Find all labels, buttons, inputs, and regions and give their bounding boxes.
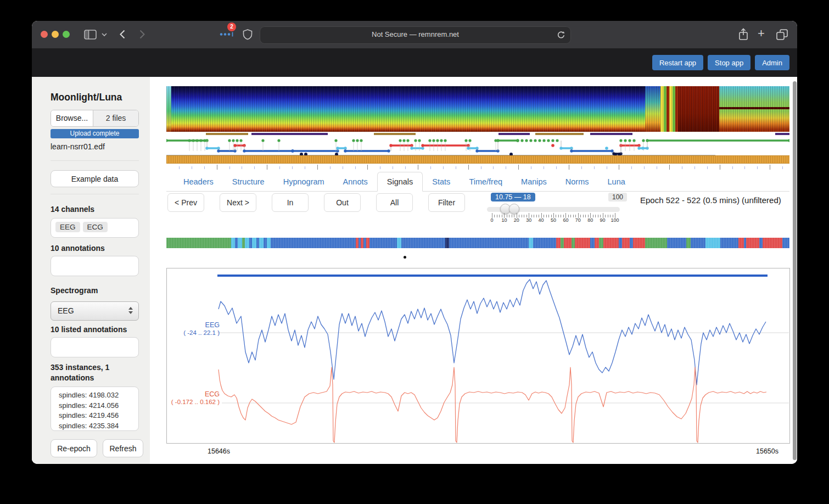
epoch-status-text: Epoch 522 - 522 (0.5 mins) (unfiltered) [640, 195, 781, 205]
share-icon[interactable] [738, 28, 748, 41]
reload-icon[interactable] [557, 31, 565, 40]
control-button-filter[interactable]: Filter [428, 193, 465, 212]
ruler-tick [594, 166, 595, 169]
slider-tick-label: 70 [575, 217, 581, 223]
tab-norms[interactable]: Norms [556, 172, 598, 191]
ruler-tick [343, 166, 343, 169]
ruler-tick [481, 166, 481, 169]
password-extension-icon[interactable] [220, 32, 236, 37]
time-ruler[interactable] [166, 164, 789, 171]
tab-overview-icon[interactable] [776, 29, 788, 41]
example-data-button[interactable]: Example data [51, 170, 139, 187]
annotation-segment [374, 133, 416, 135]
refresh-button[interactable]: Refresh [103, 439, 143, 457]
slider-tick [556, 215, 556, 217]
annotation-segment [535, 133, 584, 135]
slider-tick [497, 215, 497, 217]
instance-item[interactable]: spindles: 4219.456 [59, 411, 138, 421]
tab-manips[interactable]: Manips [512, 172, 556, 191]
slider-tick [548, 215, 549, 217]
minimize-window-button[interactable] [52, 31, 59, 38]
slider-tick [583, 215, 584, 217]
slider-tick [580, 215, 581, 217]
channel-tag-ecg[interactable]: ECG [83, 222, 108, 232]
back-icon[interactable] [120, 30, 125, 39]
slider-handle-1[interactable] [509, 204, 519, 214]
hypnogram-track[interactable] [166, 136, 789, 156]
tab-signals[interactable]: Signals [377, 172, 423, 192]
ruler-tick [657, 166, 657, 169]
listed-annotations-select[interactable] [51, 337, 139, 357]
channels-heading: 14 channels [51, 205, 139, 214]
tab-luna[interactable]: Luna [598, 172, 635, 191]
restart-app-button[interactable]: Restart app [652, 55, 703, 70]
ruler-tick [569, 165, 569, 170]
tab-annots[interactable]: Annots [334, 172, 377, 191]
ruler-tick [192, 166, 192, 169]
tab-structure[interactable]: Structure [223, 172, 274, 191]
spectrogram-channel-select[interactable]: EEG [51, 301, 139, 321]
instance-item[interactable]: spindles: 4235.384 [59, 421, 138, 432]
slider-tick [605, 215, 606, 217]
admin-button[interactable]: Admin [755, 55, 789, 70]
vertical-scrollbar[interactable] [793, 81, 797, 460]
instances-list[interactable]: spindles: 4198.032spindles: 4214.056spin… [51, 387, 139, 431]
annotation-track[interactable] [166, 132, 789, 136]
ruler-tick [581, 166, 582, 169]
tab-time-freq[interactable]: Time/freq [460, 172, 512, 191]
tab-headers[interactable]: Headers [174, 172, 223, 191]
channel-tag-eeg[interactable]: EEG [55, 222, 80, 232]
control-button-next[interactable]: Next > [220, 193, 256, 212]
slider-tooltip: 10.75 — 18 [491, 193, 535, 201]
control-button-in[interactable]: In [272, 193, 309, 212]
ruler-tick [757, 166, 758, 169]
control-button-out[interactable]: Out [324, 193, 361, 212]
chevron-down-icon[interactable] [102, 33, 107, 37]
ruler-tick [770, 165, 770, 170]
instance-item[interactable]: spindles: 4214.056 [59, 401, 138, 411]
shield-icon[interactable] [243, 29, 253, 40]
ruler-tick [531, 166, 531, 169]
control-button-all[interactable]: All [376, 193, 413, 212]
signal-plot: EEG( -24 .. 22.1 ) ECG( -0.172 .. 0.162 … [166, 268, 790, 444]
epoch-band[interactable] [166, 155, 789, 164]
control-button-prev[interactable]: < Prev [167, 193, 204, 212]
ruler-tick [292, 166, 293, 169]
spectrogram-texture [166, 86, 789, 132]
ruler-tick [782, 166, 783, 169]
stage-stripe-band[interactable] [166, 238, 789, 248]
tab-stats[interactable]: Stats [423, 172, 460, 191]
annotation-segment [498, 133, 530, 135]
slider-tick-label: 50 [551, 217, 556, 223]
slider-tick-label: 30 [526, 217, 531, 223]
ruler-tick [468, 165, 469, 170]
reepoch-button[interactable]: Re-epoch [51, 439, 97, 457]
tab-hypnogram[interactable]: Hypnogram [274, 172, 334, 191]
address-bar[interactable]: Not Secure — remnrem.net [260, 26, 571, 44]
listed-annotations-heading: 10 listed annotations [51, 325, 139, 334]
zoom-window-button[interactable] [63, 31, 70, 38]
ruler-tick [430, 166, 431, 169]
spectrogram-panel[interactable] [166, 86, 789, 132]
stripe-texture [166, 238, 789, 248]
new-tab-icon[interactable]: + [758, 26, 765, 41]
browser-titlebar: 2 Not Secure — remnrem.net + [32, 21, 797, 48]
slider-tick [573, 215, 574, 217]
ruler-tick [267, 165, 267, 170]
forward-icon[interactable] [139, 30, 145, 39]
slider-tick-label: 20 [514, 217, 519, 223]
browse-button[interactable]: Browse... [51, 110, 93, 126]
close-window-button[interactable] [41, 31, 48, 38]
annotation-segment [206, 133, 248, 135]
stop-app-button[interactable]: Stop app [708, 55, 750, 70]
sidebar-toggle-icon[interactable] [84, 30, 97, 40]
uploaded-filename: learn-nsrr01.edf [51, 142, 139, 151]
ecg-channel-label: ECG( -0.172 .. 0.162 ) [170, 390, 220, 406]
ruler-tick [380, 166, 380, 169]
annotations-select[interactable] [51, 256, 139, 276]
slider-max-badge: 100 [608, 193, 627, 201]
channels-select[interactable]: EEGECG [51, 218, 139, 238]
ruler-tick [694, 166, 695, 169]
file-upload-group[interactable]: Browse... 2 files [51, 110, 139, 127]
instance-item[interactable]: spindles: 4198.032 [59, 390, 138, 401]
